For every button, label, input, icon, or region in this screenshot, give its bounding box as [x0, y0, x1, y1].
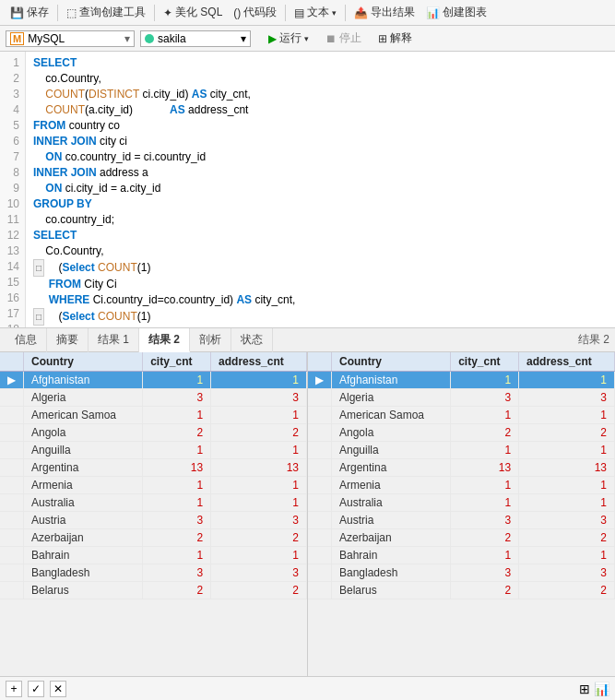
- table-row[interactable]: Bahrain11: [308, 547, 615, 564]
- save-button[interactable]: 💾 保存: [6, 3, 53, 22]
- table-row[interactable]: Bangladesh33: [0, 564, 307, 582]
- chart-icon: 📊: [426, 6, 440, 19]
- bottom-right: ⊞ 📊: [579, 682, 609, 696]
- table-row[interactable]: Algeria33: [308, 389, 615, 407]
- play-icon: ▶: [268, 32, 277, 45]
- explain-button[interactable]: ⊞ 解释: [372, 29, 419, 48]
- col-header-Country: Country: [24, 352, 143, 372]
- result-table-1: Countrycity_cntaddress_cnt▶Afghanistan11…: [0, 352, 307, 599]
- table-row[interactable]: Austria33: [308, 512, 615, 529]
- confirm-button[interactable]: ✓: [28, 681, 44, 697]
- table-row[interactable]: Australia11: [0, 494, 307, 512]
- tab-信息[interactable]: 信息: [6, 328, 47, 352]
- explain-icon: ⊞: [378, 32, 387, 45]
- result-pane-2[interactable]: Countrycity_cntaddress_cnt▶Afghanistan11…: [308, 352, 615, 676]
- code-editor[interactable]: SELECT co.Country, COUNT(DISTINCT ci.cit…: [26, 52, 615, 327]
- grid-view-icon[interactable]: ⊞: [579, 682, 590, 696]
- table-row[interactable]: Australia11: [308, 494, 615, 512]
- code-line: WHERE Ci.country_id=co.country_id) AS ci…: [33, 292, 608, 308]
- code-line: GROUP BY: [33, 196, 608, 212]
- schema-dropdown-icon: ▾: [241, 32, 246, 45]
- table-row[interactable]: Armenia11: [308, 477, 615, 494]
- table-row[interactable]: Argentina1313: [0, 459, 307, 477]
- code-line: FROM country co: [33, 118, 608, 134]
- separator-4: [345, 5, 346, 21]
- table-row[interactable]: Angola22: [308, 424, 615, 442]
- table-row[interactable]: Anguilla11: [0, 442, 307, 459]
- table-row[interactable]: Argentina1313: [308, 459, 615, 477]
- code-icon: (): [233, 6, 241, 19]
- query-tool-icon: ⬚: [66, 6, 77, 19]
- editor-area: 1234567891011121314151617181920212223 SE…: [0, 52, 615, 328]
- table-row[interactable]: Azerbaijan22: [308, 529, 615, 547]
- table-row[interactable]: Belarus22: [0, 582, 307, 599]
- table-row[interactable]: Armenia11: [0, 477, 307, 494]
- code-line: □ (Select COUNT(1): [33, 259, 608, 277]
- tab-结果-1[interactable]: 结果 1: [89, 328, 139, 352]
- result-pane-1[interactable]: Countrycity_cntaddress_cnt▶Afghanistan11…: [0, 352, 308, 676]
- schema-select[interactable]: sakila ▾: [140, 30, 251, 47]
- table-row[interactable]: American Samoa11: [0, 407, 307, 424]
- table-row[interactable]: Bahrain11: [0, 547, 307, 564]
- code-line: COUNT(a.city_id) AS address_cnt: [33, 102, 608, 118]
- tab-摘要[interactable]: 摘要: [47, 328, 89, 352]
- fold-button[interactable]: □: [33, 308, 44, 326]
- chart-view-icon[interactable]: 📊: [594, 682, 609, 696]
- table-row[interactable]: Bangladesh33: [308, 564, 615, 582]
- query-tool-button[interactable]: ⬚ 查询创建工具: [62, 3, 150, 22]
- export-icon: 📤: [354, 6, 368, 19]
- tab-结果-2[interactable]: 结果 2: [139, 328, 190, 352]
- run-label: 运行: [279, 30, 302, 46]
- code-line: INNER JOIN city ci: [33, 134, 608, 149]
- table-row[interactable]: Azerbaijan22: [0, 529, 307, 547]
- table-row[interactable]: Angola22: [0, 424, 307, 442]
- table-row[interactable]: Austria33: [0, 512, 307, 529]
- code-line: SELECT: [33, 228, 608, 243]
- col-header-city_cnt: city_cnt: [451, 352, 519, 372]
- text-dropdown-icon: ▾: [332, 8, 337, 18]
- code-line: co.Country,: [33, 71, 608, 87]
- code-line: Co.Country,: [33, 243, 608, 259]
- code-line: □ (Select COUNT(1): [33, 308, 608, 326]
- export-button[interactable]: 📤 导出结果: [349, 3, 420, 22]
- add-row-button[interactable]: +: [6, 681, 22, 697]
- code-line: COUNT(DISTINCT ci.city_id) AS city_cnt,: [33, 87, 608, 102]
- bottom-bar: + ✓ ✕ ⊞ 📊: [0, 676, 615, 700]
- col-header-city_cnt: city_cnt: [143, 352, 211, 372]
- run-button[interactable]: ▶ 运行 ▾: [262, 29, 315, 48]
- stop-icon: ⏹: [325, 32, 337, 45]
- tab-right-label: 结果 2: [578, 332, 609, 348]
- stop-button[interactable]: ⏹ 停止: [319, 29, 368, 48]
- separator-2: [154, 5, 155, 21]
- db-bar: M MySQL ▾ sakila ▾ ▶ 运行 ▾ ⏹ 停止 ⊞ 解释: [0, 26, 615, 52]
- save-icon: 💾: [10, 6, 24, 19]
- fold-button[interactable]: □: [33, 259, 44, 277]
- col-header-address_cnt: address_cnt: [211, 352, 307, 372]
- table-row[interactable]: ▶Afghanistan11: [308, 372, 615, 389]
- text-icon: ▤: [294, 6, 304, 19]
- stop-label: 停止: [339, 30, 361, 46]
- beautify-button[interactable]: ✦ 美化 SQL: [159, 3, 227, 22]
- run-dropdown-icon: ▾: [304, 34, 309, 43]
- tab-状态[interactable]: 状态: [231, 328, 273, 352]
- code-block-button[interactable]: () 代码段: [229, 3, 281, 22]
- results-area: Countrycity_cntaddress_cnt▶Afghanistan11…: [0, 352, 615, 676]
- table-row[interactable]: Belarus22: [308, 582, 615, 599]
- tab-right-text: 结果 2: [578, 332, 609, 348]
- code-line: co.country_id;: [33, 212, 608, 228]
- beautify-icon: ✦: [163, 6, 172, 19]
- tab-剖析[interactable]: 剖析: [190, 328, 231, 352]
- table-row[interactable]: ▶Afghanistan11: [0, 372, 307, 389]
- table-row[interactable]: Anguilla11: [308, 442, 615, 459]
- db-type-select[interactable]: M MySQL ▾: [6, 30, 135, 47]
- db-actions: ▶ 运行 ▾ ⏹ 停止 ⊞ 解释: [262, 29, 419, 48]
- db-type-label: MySQL: [28, 32, 65, 45]
- create-chart-button[interactable]: 📊 创建图表: [421, 3, 491, 22]
- col-header-address_cnt: address_cnt: [519, 352, 615, 372]
- table-row[interactable]: American Samoa11: [308, 407, 615, 424]
- table-row[interactable]: Algeria33: [0, 389, 307, 407]
- mysql-icon: M: [10, 32, 24, 45]
- text-button[interactable]: ▤ 文本 ▾: [290, 3, 341, 22]
- delete-row-button[interactable]: ✕: [50, 681, 66, 697]
- line-numbers: 1234567891011121314151617181920212223: [0, 52, 26, 327]
